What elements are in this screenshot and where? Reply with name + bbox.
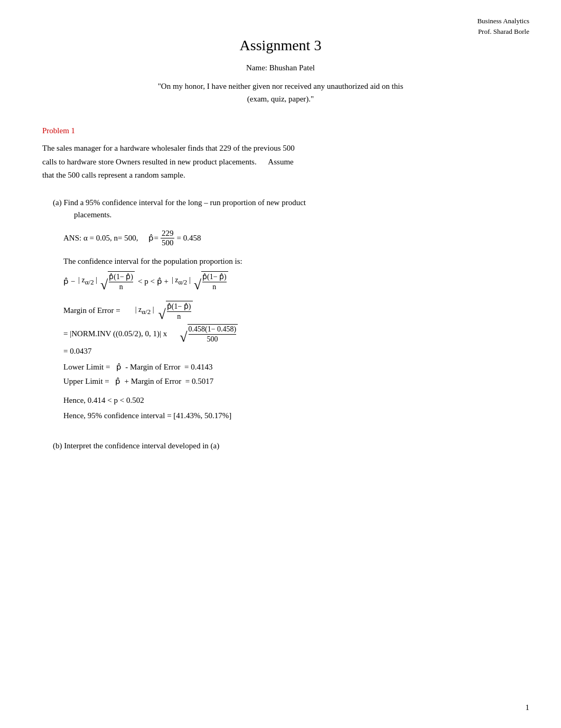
problem1-text: The sales manager for a hardware wholesa… (42, 142, 519, 182)
radicand-top: p̂(1− p̂) (109, 272, 133, 281)
limits-block: Lower Limit = p̂ - Margin of Error = 0.4… (63, 360, 519, 389)
hence1: Hence, 0.414 < p < 0.502 (63, 396, 519, 405)
margin-label: Margin of Error = (63, 306, 120, 315)
radicand-left: p̂(1− p̂) n (108, 271, 135, 291)
page-number: 1 (526, 703, 530, 712)
sqrt-numerical-expr: √ 0.458(1− 0.458) 500 (180, 324, 238, 344)
margin-line2: = |NORM.INV ((0.05/2), 0, 1)| x √ 0.458(… (63, 324, 519, 344)
student-name: Name: Bhushan Patel (42, 63, 519, 72)
radicand-num-bottom: 500 (207, 335, 218, 344)
page: Business Analytics Prof. Sharad Borle As… (0, 0, 561, 728)
margin-block: Margin of Error = | zα/2 | √ p̂(1− p̂) n… (63, 301, 519, 356)
upper-limit: Upper Limit = p̂ + Margin of Error = 0.5… (63, 374, 519, 389)
p-hat-symbol: p̂= (148, 233, 158, 243)
hence-line1: Hence, 0.414 < p < 0.502 (63, 396, 519, 405)
fraction: 229 500 (161, 229, 175, 247)
radicand-line-spacer (109, 282, 133, 282)
problem1-line1: The sales manager for a hardware wholesa… (42, 142, 519, 155)
sqrt-right: √ p̂(1− p̂) n (194, 271, 228, 291)
problem1-label: Problem 1 (42, 126, 519, 135)
hence-line2: Hence, 95% confidence interval = [41.43%… (63, 411, 519, 420)
professor-name: Prof. Sharad Borle (477, 26, 529, 37)
norm-inv-text: = |NORM.INV ((0.05/2), 0, 1)| x (63, 329, 167, 338)
assignment-title: Assignment 3 (42, 37, 519, 54)
z-alpha-right: | zα/2 | (172, 276, 191, 287)
hence2: Hence, 95% confidence interval = [41.43%… (63, 411, 519, 420)
sqrt-left: √ p̂(1− p̂) n (100, 271, 135, 291)
phat-symbol-left: p̂ − (63, 277, 75, 286)
problem1-line2: calls to hardware store Owners resulted … (42, 155, 519, 169)
part-a-label: (a) Find a 95% confidence interval for t… (53, 198, 519, 207)
ans-alpha: ANS: α = 0.05, n= 500, (63, 234, 138, 243)
ci-formula-line: p̂ − | zα/2 | √ p̂(1− p̂) n < p < p̂ + |… (63, 271, 519, 291)
radicand-right-line (202, 282, 227, 282)
margin-line1: Margin of Error = | zα/2 | √ p̂(1− p̂) n (63, 301, 519, 321)
radicand-right-top: p̂(1− p̂) (202, 272, 227, 281)
honor-line2: (exam, quiz, paper)." (42, 93, 519, 105)
margin-result: = 0.0437 (63, 347, 519, 356)
z-alpha-moe: | zα/2 | (135, 306, 154, 316)
honor-line1: "On my honor, I have neither given nor r… (42, 80, 519, 93)
part-a-text: (a) Find a 95% confidence interval for t… (53, 198, 306, 207)
part-a-label2: placements. (74, 210, 519, 219)
radicand-bottom: n (119, 283, 123, 291)
radical-numerical: √ (180, 331, 187, 343)
sqrt-moe: √ p̂(1− p̂) n (158, 301, 193, 321)
radical-right: √ (194, 279, 201, 291)
part-a-text2: placements. (74, 210, 111, 219)
radicand-right-bottom: n (212, 283, 216, 291)
radicand-right: p̂(1− p̂) n (201, 271, 228, 291)
fraction-num: 229 (161, 229, 175, 238)
radicand-num-top: 0.458(1− 0.458) (189, 325, 237, 334)
ci-text: The confidence interval for the populati… (63, 257, 519, 266)
ci-formula: p̂ − | zα/2 | √ p̂(1− p̂) n < p < p̂ + |… (63, 271, 519, 291)
radicand-moe-bottom: n (177, 312, 181, 321)
part-b: (b) Interpret the confidence interval de… (53, 441, 519, 450)
radical-moe: √ (158, 309, 166, 320)
lower-limit: Lower Limit = p̂ - Margin of Error = 0.4… (63, 360, 519, 374)
margin-result-text: = 0.0437 (63, 347, 91, 356)
fraction-den: 500 (161, 238, 175, 247)
radicand-num-line (189, 334, 237, 335)
lt-p-lt: < p < p̂ + (138, 277, 169, 286)
radicand-moe: p̂(1− p̂) n (166, 301, 193, 321)
z-alpha-left: | zα/2 | (78, 276, 97, 287)
p-hat-value: = 0.458 (176, 234, 201, 243)
ans-phat: p̂= 229 500 = 0.458 (148, 229, 201, 247)
radicand-numerical: 0.458(1− 0.458) 500 (188, 324, 238, 344)
radical-left: √ (100, 279, 108, 291)
problem1-line3: that the 500 calls represent a random sa… (42, 169, 519, 182)
part-b-label: (b) Interpret the confidence interval de… (53, 441, 219, 450)
radicand-moe-top: p̂(1− p̂) (167, 302, 191, 311)
course-name: Business Analytics (477, 16, 529, 26)
sqrt-numerical: √ 0.458(1− 0.458) 500 (180, 324, 238, 344)
honor-code: "On my honor, I have neither given nor r… (42, 80, 519, 105)
radicand-moe-line (167, 311, 191, 312)
course-info: Business Analytics Prof. Sharad Borle (477, 16, 529, 36)
ans-line: ANS: α = 0.05, n= 500, p̂= 229 500 = 0.4… (63, 229, 519, 247)
